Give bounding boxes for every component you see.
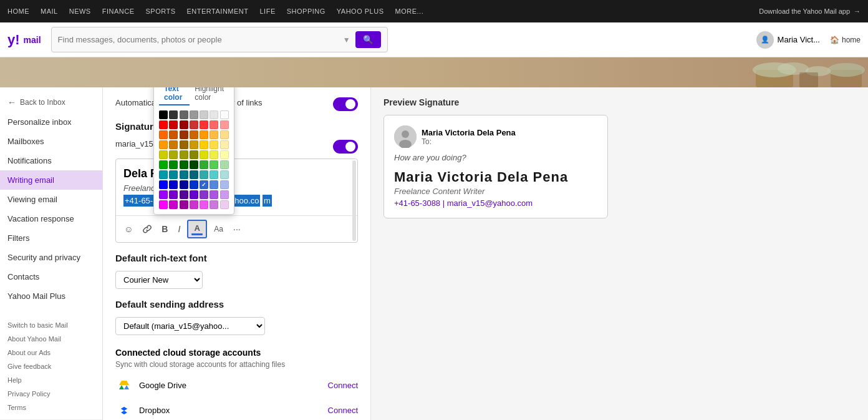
color-swatch[interactable] bbox=[200, 150, 208, 159]
color-swatch[interactable] bbox=[190, 190, 198, 199]
nav-mail[interactable]: MAIL bbox=[41, 7, 58, 15]
color-swatch-selected[interactable] bbox=[200, 180, 208, 189]
color-swatch[interactable] bbox=[200, 110, 208, 119]
signature-toggle[interactable] bbox=[333, 140, 358, 154]
color-swatch[interactable] bbox=[169, 150, 178, 159]
back-to-inbox[interactable]: ← Back to Inbox bbox=[0, 92, 102, 112]
color-swatch[interactable] bbox=[159, 160, 168, 169]
color-swatch[interactable] bbox=[210, 130, 218, 139]
color-swatch[interactable] bbox=[180, 110, 188, 119]
sidebar-item-viewing[interactable]: Viewing email bbox=[0, 190, 102, 209]
color-swatch[interactable] bbox=[220, 190, 229, 199]
sidebar-item-filters[interactable]: Filters bbox=[0, 228, 102, 248]
color-swatch[interactable] bbox=[190, 180, 198, 189]
color-swatch[interactable] bbox=[220, 140, 229, 149]
color-swatch[interactable] bbox=[210, 160, 218, 169]
sidebar-item-mailboxes[interactable]: Mailboxes bbox=[0, 132, 102, 151]
nav-entertainment[interactable]: ENTERTAINMENT bbox=[187, 7, 249, 15]
color-swatch[interactable] bbox=[190, 120, 198, 129]
color-swatch[interactable] bbox=[220, 180, 229, 189]
sidebar-item-writing[interactable]: Writing email bbox=[0, 170, 102, 190]
color-swatch[interactable] bbox=[180, 160, 188, 169]
color-swatch[interactable] bbox=[159, 110, 168, 119]
sidebar-item-personalize[interactable]: Personalize inbox bbox=[0, 112, 102, 132]
color-swatch[interactable] bbox=[169, 140, 178, 149]
color-swatch[interactable] bbox=[200, 130, 208, 139]
font-select[interactable]: Courier New Arial Times New Roman bbox=[115, 271, 203, 289]
nav-finance[interactable]: FINANCE bbox=[102, 7, 135, 15]
color-swatch[interactable] bbox=[220, 200, 229, 209]
color-swatch[interactable] bbox=[159, 120, 168, 129]
sidebar-footer-help[interactable]: Help bbox=[7, 373, 95, 387]
color-swatch[interactable] bbox=[190, 150, 198, 159]
color-swatch[interactable] bbox=[210, 190, 218, 199]
color-swatch[interactable] bbox=[190, 160, 198, 169]
auto-preview-toggle[interactable] bbox=[333, 97, 358, 111]
emoji-button[interactable]: ☺ bbox=[121, 222, 136, 236]
nav-sports[interactable]: SPORTS bbox=[145, 7, 175, 15]
color-swatch[interactable] bbox=[210, 180, 218, 189]
tab-text-color[interactable]: Text color bbox=[159, 87, 190, 105]
search-input[interactable] bbox=[58, 35, 343, 44]
color-swatch[interactable] bbox=[180, 200, 188, 209]
color-swatch[interactable] bbox=[180, 190, 188, 199]
color-swatch[interactable] bbox=[210, 200, 218, 209]
color-swatch[interactable] bbox=[220, 110, 229, 119]
color-swatch[interactable] bbox=[210, 110, 218, 119]
color-swatch[interactable] bbox=[200, 170, 208, 179]
color-swatch[interactable] bbox=[210, 170, 218, 179]
sidebar-footer-privacy[interactable]: Privacy Policy bbox=[7, 387, 95, 401]
search-bar[interactable]: ▼ 🔍 bbox=[51, 27, 388, 52]
sidebar-footer-about-ads[interactable]: About our Ads bbox=[7, 346, 95, 359]
color-swatch[interactable] bbox=[190, 140, 198, 149]
sidebar-footer-feedback[interactable]: Give feedback bbox=[7, 359, 95, 373]
editor-content[interactable]: Dela Pena Freelance Content Writer +41-6… bbox=[116, 159, 357, 215]
color-swatch[interactable] bbox=[180, 180, 188, 189]
sidebar-item-yahoo-plus[interactable]: Yahoo Mail Plus bbox=[0, 286, 102, 306]
sidebar-footer-terms[interactable]: Terms bbox=[7, 401, 95, 414]
color-swatch[interactable] bbox=[159, 180, 168, 189]
color-swatch[interactable] bbox=[210, 140, 218, 149]
color-swatch[interactable] bbox=[159, 170, 168, 179]
signature-editor[interactable]: Dela Pena Freelance Content Writer +41-6… bbox=[115, 159, 358, 243]
color-swatch[interactable] bbox=[190, 110, 198, 119]
home-button[interactable]: 🏠 home bbox=[830, 36, 861, 44]
color-swatch[interactable] bbox=[190, 170, 198, 179]
color-swatch[interactable] bbox=[220, 170, 229, 179]
google-drive-connect[interactable]: Connect bbox=[328, 381, 358, 390]
color-swatch[interactable] bbox=[180, 140, 188, 149]
color-swatch[interactable] bbox=[169, 120, 178, 129]
nav-more[interactable]: MORE... bbox=[395, 7, 424, 15]
color-swatch[interactable] bbox=[210, 150, 218, 159]
color-swatch[interactable] bbox=[180, 120, 188, 129]
sidebar-footer-switch-basic[interactable]: Switch to basic Mail bbox=[7, 318, 95, 332]
sidebar-item-contacts[interactable]: Contacts bbox=[0, 267, 102, 286]
sidebar-item-security[interactable]: Security and privacy bbox=[0, 248, 102, 267]
color-swatch[interactable] bbox=[220, 120, 229, 129]
color-swatch[interactable] bbox=[200, 200, 208, 209]
color-swatch[interactable] bbox=[180, 130, 188, 139]
color-button[interactable]: A bbox=[187, 220, 207, 238]
nav-yahoo-plus[interactable]: YAHOO PLUS bbox=[337, 7, 384, 15]
color-swatch[interactable] bbox=[220, 130, 229, 139]
color-swatch[interactable] bbox=[210, 120, 218, 129]
sidebar-footer-about-yahoo[interactable]: About Yahoo Mail bbox=[7, 332, 95, 346]
nav-news[interactable]: NEWS bbox=[69, 7, 91, 15]
color-swatch[interactable] bbox=[159, 130, 168, 139]
tab-highlight-color[interactable]: Highlight color bbox=[190, 87, 229, 105]
color-swatch[interactable] bbox=[169, 160, 178, 169]
search-button[interactable]: 🔍 bbox=[355, 31, 381, 48]
color-swatch[interactable] bbox=[159, 140, 168, 149]
color-swatch[interactable] bbox=[200, 160, 208, 169]
color-swatch[interactable] bbox=[220, 150, 229, 159]
color-swatch[interactable] bbox=[200, 140, 208, 149]
color-swatch[interactable] bbox=[190, 130, 198, 139]
nav-life[interactable]: LIFE bbox=[260, 7, 276, 15]
color-swatch[interactable] bbox=[180, 150, 188, 159]
color-swatch[interactable] bbox=[200, 120, 208, 129]
color-swatch[interactable] bbox=[169, 200, 178, 209]
color-swatch[interactable] bbox=[159, 150, 168, 159]
search-dropdown-icon[interactable]: ▼ bbox=[343, 36, 350, 44]
bold-button[interactable]: B bbox=[158, 222, 171, 236]
font-size-button[interactable]: Aa bbox=[211, 223, 226, 235]
